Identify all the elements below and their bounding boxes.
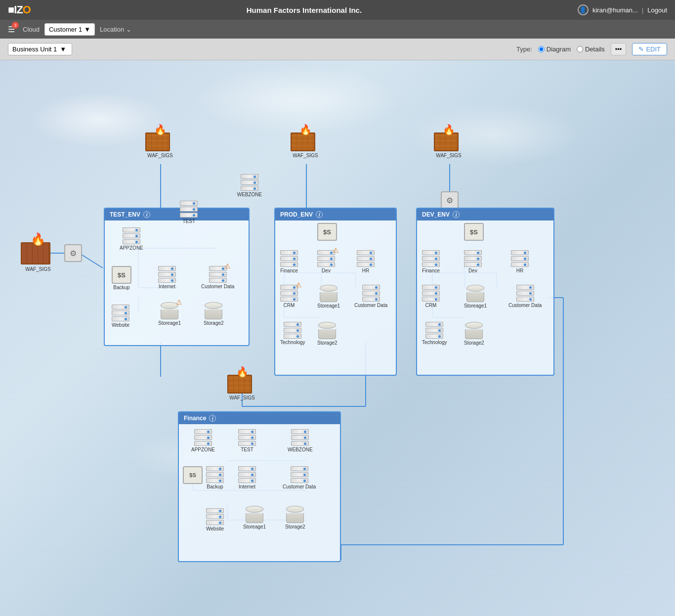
server-icon6 (112, 305, 129, 321)
prod-env-info-icon[interactable]: i (316, 211, 323, 218)
node-prod-dev[interactable]: ⚠ Dev (317, 250, 335, 273)
bottom-waf-label: WAF_SIGS (229, 395, 254, 400)
node-fin-internet[interactable]: Internet (238, 466, 256, 489)
prod-storage2 (318, 322, 336, 339)
details-radio[interactable]: Details (577, 45, 605, 53)
warning-icon2: ⚠ (176, 298, 182, 306)
node-dev-customerdata[interactable]: Customer Data (508, 285, 542, 308)
node-dev-technology[interactable]: Technology (422, 322, 447, 345)
dev-env-header: DEV_ENV i (417, 209, 553, 220)
node-prod-crm[interactable]: ⚠ CRM (280, 285, 298, 308)
prod-server6 (284, 322, 301, 339)
node-test-storage1[interactable]: ⚠ Storeage1 (158, 302, 181, 326)
node-top-waf3[interactable]: 🔥 WAF_SIGS (434, 125, 464, 158)
diagram-radio[interactable]: Diagram (538, 45, 571, 53)
node-bottom-waf[interactable]: 🔥 WAF_SIGS (227, 367, 257, 400)
edit-button[interactable]: ✎ EDIT (632, 43, 667, 55)
node-prod-hr[interactable]: HR (357, 250, 375, 273)
dev-server2 (464, 250, 482, 267)
dev-env-title: DEV_ENV (422, 211, 450, 218)
node-fin-webzone[interactable]: WEBZONE (288, 429, 313, 452)
test-env-info-icon[interactable]: i (143, 211, 150, 218)
dev-env-box: DEV_ENV i $S Finance Dev (416, 208, 554, 376)
navbar: ☰ 3 Cloud Customer 1 ▼ Location ⌄ (0, 20, 675, 39)
node-fin-appzone[interactable]: APPZONE (191, 429, 215, 452)
top-waf3-label: WAF_SIGS (436, 153, 461, 158)
node-test-storage2[interactable]: Storage2 (204, 302, 224, 326)
location-dropdown[interactable]: Location ⌄ (100, 26, 131, 33)
node-left-switch[interactable]: ⚙ (64, 244, 82, 262)
node-test-internet[interactable]: Internet (158, 266, 176, 289)
prod-env-header: PROD_ENV i (275, 209, 396, 220)
business-unit-value: Business Unit 1 (12, 45, 57, 53)
finance-content: APPZONE TEST WEBZONE $S (179, 424, 340, 555)
server-icon3 (241, 174, 258, 191)
node-fin-test[interactable]: TEST (238, 429, 256, 452)
test-env-content: APPZONE TEST WEBZONE $S Backup (105, 220, 249, 256)
top-waf2-label: WAF_SIGS (293, 153, 318, 158)
logo: ■IZO (8, 3, 31, 16)
fin-server5 (238, 466, 256, 483)
node-fin-lb[interactable]: $S (183, 466, 203, 484)
fin-lb-icon: $S (183, 466, 203, 484)
node-prod-lb[interactable]: $S (317, 223, 337, 241)
node-left-waf[interactable]: 🔥 WAF_SIGS (21, 233, 55, 272)
finance-title: Finance (184, 415, 206, 422)
node-top-waf1[interactable]: 🔥 WAF_SIGS (145, 125, 175, 158)
node-fin-website[interactable]: Website (206, 508, 224, 531)
node-prod-finance[interactable]: Finance (280, 250, 298, 273)
node-prod-storage2[interactable]: Storage2 (317, 322, 338, 346)
prod-server5 (362, 285, 380, 302)
node-test-backup[interactable]: $S Backup (112, 266, 131, 290)
header-right: 👤 kiran@human... | Logout (578, 4, 667, 15)
fin-server2 (238, 429, 256, 446)
storage-icon2 (205, 302, 222, 319)
dev-server6 (425, 322, 443, 339)
node-top-waf2[interactable]: 🔥 WAF_SIGS (291, 125, 320, 158)
node-dev-storage2[interactable]: Storage2 (464, 322, 484, 346)
node-fin-backup[interactable]: Backup (206, 466, 224, 489)
node-test-webzone[interactable]: WEBZONE (237, 174, 262, 197)
fin-server7 (206, 508, 224, 525)
node-dev-dev[interactable]: Dev (464, 250, 482, 273)
menu-button[interactable]: ☰ 3 (5, 24, 18, 35)
test-env-header: TEST_ENV i (105, 209, 249, 220)
node-test-test[interactable]: TEST (180, 201, 198, 224)
node-prod-customerdata[interactable]: Customer Data (354, 285, 387, 308)
fin-server3 (291, 429, 309, 446)
left-waf-label: WAF_SIGS (25, 266, 50, 272)
node-fin-storage2[interactable]: Storage2 (285, 506, 305, 529)
test-env-title: TEST_ENV (110, 211, 140, 218)
cloud-label: Cloud (23, 26, 40, 33)
lb-icon: $S (112, 266, 131, 284)
prod-storage1 (320, 285, 338, 302)
more-options-button[interactable]: ••• (611, 43, 627, 55)
node-test-appzone[interactable]: APPZONE (120, 227, 143, 251)
node-prod-technology[interactable]: Technology (280, 322, 305, 345)
node-test-customerdata[interactable]: ⚠ Customer Data (201, 266, 234, 289)
page-title: Human Factors International Inc. (247, 6, 362, 14)
node-dev-lb[interactable]: $S (464, 223, 484, 241)
finance-info-icon[interactable]: i (209, 415, 216, 422)
dev-storage2 (465, 322, 483, 339)
business-unit-select[interactable]: Business Unit 1 ▼ (8, 43, 72, 55)
server-icon (123, 227, 140, 244)
dev-env-info-icon[interactable]: i (453, 211, 460, 218)
node-dev-hr[interactable]: HR (511, 250, 529, 273)
node-dev-crm[interactable]: CRM (422, 285, 440, 308)
finance-header: Finance i (179, 412, 340, 424)
logout-link[interactable]: Logout (647, 6, 667, 14)
node-fin-customerdata[interactable]: Customer Data (283, 466, 316, 489)
node-dev-finance[interactable]: Finance (422, 250, 440, 273)
node-dev-storage1[interactable]: Storeage1 (464, 285, 487, 308)
node-right-switch[interactable]: ⚙ (441, 191, 459, 209)
node-test-website[interactable]: Website (112, 305, 129, 328)
business-unit-arrow-icon: ▼ (60, 45, 66, 53)
dev-storage1 (466, 285, 484, 302)
pencil-icon: ✎ (638, 45, 644, 53)
type-label: Type: (516, 45, 532, 53)
customer-dropdown[interactable]: Customer 1 ▼ (44, 23, 95, 36)
user-name: kiran@human... (592, 6, 638, 14)
node-fin-storage1[interactable]: Storeage1 (243, 506, 266, 529)
node-prod-storage1[interactable]: Storeage1 (317, 285, 340, 308)
